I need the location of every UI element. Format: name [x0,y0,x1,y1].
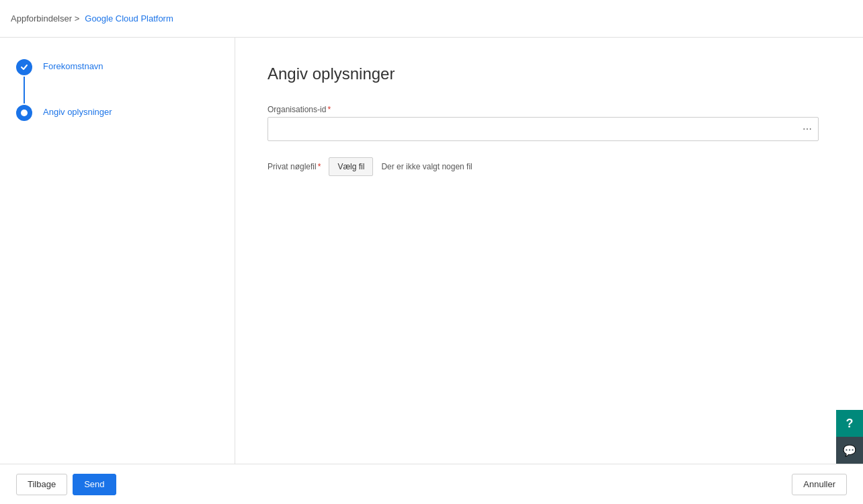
support-icon: ? [846,417,854,431]
step-connector-line [24,77,25,103]
fab-container: ? 💬 [836,410,863,464]
cancel-button[interactable]: Annuller [792,474,847,495]
main-layout: Forekomstnavn Angiv oplysninger Angiv op… [0,38,863,464]
page-title: Angiv oplysninger [268,65,831,83]
org-id-label: Organisations-id * [268,105,819,114]
back-button[interactable]: Tilbage [16,474,67,495]
step-1-indicator [16,59,32,105]
step-2-item: Angiv oplysninger [16,105,218,121]
header: Appforbindelser > Google Cloud Platform [0,0,863,38]
org-id-input-wrapper: ⋯ [268,117,819,141]
step-1-item: Forekomstnavn [16,59,218,105]
support-fab-button[interactable]: ? [836,410,863,437]
step-2-circle [16,105,32,121]
file-input-row: Privat nøglefil * Vælg fil Der er ikke v… [268,157,819,176]
step-2-label: Angiv oplysninger [43,105,112,117]
private-key-group: Privat nøglefil * Vælg fil Der er ikke v… [268,157,819,176]
org-id-group: Organisations-id * ⋯ [268,105,819,141]
file-status: Der er ikke valgt nogen fil [381,162,472,171]
chat-fab-button[interactable]: 💬 [836,437,863,464]
step-1-label: Forekomstnavn [43,59,104,71]
org-id-required-star: * [327,105,331,114]
step-2-indicator [16,105,32,121]
org-id-input[interactable] [268,117,819,141]
file-choose-button[interactable]: Vælg fil [329,157,373,176]
chat-icon: 💬 [843,444,856,457]
breadcrumb-prefix: Appforbindelser > [11,13,79,24]
bottom-bar: Tilbage Send Annuller [0,464,863,504]
breadcrumb-link[interactable]: Google Cloud Platform [85,13,173,24]
private-key-required-star: * [318,162,321,171]
bottom-right-actions: Annuller [792,474,847,495]
send-button[interactable]: Send [73,474,116,495]
step-1-circle [16,59,32,75]
content-area: Angiv oplysninger Organisations-id * ⋯ P… [235,38,863,464]
org-id-lookup-button[interactable]: ⋯ [801,122,813,136]
private-key-label: Privat nøglefil * [268,162,321,171]
sidebar: Forekomstnavn Angiv oplysninger [0,38,235,464]
